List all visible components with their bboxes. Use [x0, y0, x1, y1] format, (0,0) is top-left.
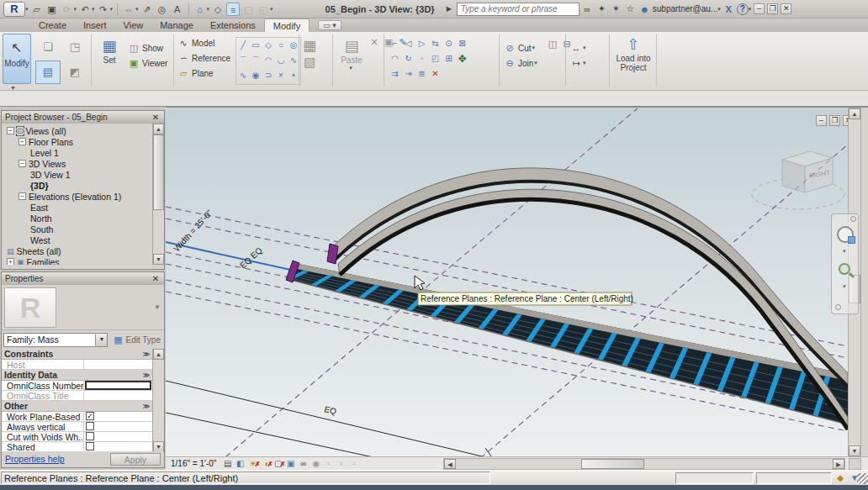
property-checkbox[interactable]	[86, 422, 94, 430]
visual-style-icon[interactable]: ◧	[234, 458, 246, 470]
section-collapse-icon[interactable]: ≫	[143, 371, 150, 379]
tab-extensions[interactable]: Extensions	[202, 18, 264, 32]
paste-button[interactable]: ▤ Paste ▾	[338, 37, 365, 71]
property-section-header[interactable]: Constraints≫	[2, 349, 152, 360]
property-value[interactable]	[84, 360, 152, 369]
cut-geometry-button[interactable]: ⊘ Cut ▾	[504, 40, 537, 55]
viewer-button[interactable]: ▣ Viewer	[128, 55, 167, 71]
apply-button[interactable]: Apply	[110, 453, 161, 466]
section-collapse-icon[interactable]: ≫	[143, 403, 150, 410]
subscription-key-icon[interactable]: ✦	[595, 3, 608, 14]
shadows-off-icon[interactable]: ◑✗	[259, 458, 272, 470]
modify-tool-button[interactable]: ↖ Modify	[3, 34, 31, 84]
close-hidden-windows-icon[interactable]: ▢	[241, 3, 255, 16]
tab-insert[interactable]: Insert	[75, 18, 115, 32]
section-collapse-icon[interactable]: ≫	[143, 350, 150, 358]
ribbon-display-toggle[interactable]: ▭ ▾	[318, 20, 341, 30]
collapse-icon[interactable]: −	[19, 192, 26, 200]
reference-line-button[interactable]: ∽ Reference	[177, 50, 230, 66]
aligned-dimension-icon[interactable]: ⇗	[140, 3, 154, 16]
property-checkbox[interactable]	[86, 432, 94, 440]
tree-item[interactable]: {3D}	[3, 180, 164, 191]
sync-caret-icon[interactable]: ▾	[74, 6, 77, 13]
redo-icon[interactable]: ↷	[97, 3, 110, 16]
close-button[interactable]: ✕	[781, 3, 791, 14]
draw-tool-icon[interactable]: ▭	[250, 39, 262, 53]
navigation-bar[interactable]: ▾ ▾	[831, 213, 859, 314]
modify-tool-icon[interactable]: ◰	[429, 52, 442, 66]
property-text-input[interactable]	[85, 381, 151, 390]
scroll-up-icon[interactable]: ▲	[153, 124, 164, 134]
draw-tool-icon[interactable]: ◡	[275, 54, 287, 68]
switch-windows-icon[interactable]: ◱	[257, 3, 270, 16]
design-options-field[interactable]	[756, 472, 832, 484]
properties-close-icon[interactable]: ✕	[151, 274, 161, 283]
model-line-button[interactable]: ∿ Model	[177, 35, 230, 50]
favorites-star-icon[interactable]: ☆	[624, 3, 637, 14]
scroll-down-icon[interactable]: ▼	[849, 445, 860, 456]
property-checkbox[interactable]: ✓	[86, 412, 94, 420]
tab-create[interactable]: Create	[30, 18, 75, 32]
modify-tool-icon[interactable]: ✕	[429, 67, 442, 82]
draw-tool-icon[interactable]: •	[288, 69, 299, 83]
tree-item[interactable]: South	[3, 224, 164, 234]
worksharing-display-icon[interactable]: ▫	[322, 458, 335, 470]
join-caret-icon[interactable]: ▾	[534, 60, 537, 66]
sync-icon[interactable]: ⟳	[61, 3, 74, 16]
tree-item[interactable]: −⊡Views (all)	[3, 125, 164, 136]
help-caret-icon[interactable]: ▾	[749, 6, 752, 13]
draw-tool-icon[interactable]: ⌒	[237, 54, 249, 68]
property-value[interactable]	[84, 432, 152, 441]
scroll-up-icon[interactable]: ▲	[153, 349, 164, 360]
help-icon[interactable]: ?	[737, 3, 749, 15]
draw-tool-icon[interactable]: ◉	[250, 69, 262, 83]
tab-modify[interactable]: Modify	[264, 18, 310, 32]
modify-tool-icon[interactable]: ⇆	[429, 37, 442, 51]
scroll-down-icon[interactable]: ▼	[153, 254, 164, 265]
type-selector-caret-icon[interactable]: ▼	[154, 303, 161, 311]
search-input[interactable]	[457, 3, 580, 16]
select-links-toggle[interactable]: ❏	[35, 35, 61, 59]
default-3d-view-icon[interactable]: ⌂	[193, 3, 207, 16]
exchange-apps-icon[interactable]: X	[722, 4, 735, 14]
draw-tool-icon[interactable]: ∿	[237, 69, 249, 83]
modify-tool-icon[interactable]: ⇥	[402, 67, 415, 82]
account-caret-icon[interactable]: ▾	[717, 6, 721, 13]
modify-tool-icon[interactable]: ⌐	[389, 37, 401, 51]
join-geometry-button[interactable]: ⊖ Join ▾	[504, 55, 537, 71]
draw-tool-icon[interactable]: ⊃	[262, 69, 274, 83]
tree-item[interactable]: +▣Families	[3, 256, 164, 265]
load-into-project-button[interactable]: ⇧ Load into Project	[613, 35, 654, 72]
view-restore-icon[interactable]: ❐	[829, 115, 840, 126]
set-work-plane-button[interactable]: ▦ Set	[95, 37, 124, 65]
collapse-icon[interactable]: −	[19, 138, 26, 145]
tab-view[interactable]: View	[115, 18, 152, 32]
property-value[interactable]	[84, 391, 152, 400]
dimension-button[interactable]: ↦ ▾	[570, 55, 586, 71]
scroll-thumb[interactable]	[153, 134, 164, 210]
properties-help-link[interactable]: Properties help	[5, 454, 65, 464]
modify-tool-icon[interactable]: ⊙	[442, 37, 455, 51]
tab-manage[interactable]: Manage	[151, 18, 202, 32]
section-icon[interactable]: ◇	[211, 3, 225, 16]
properties-scrollbar[interactable]: ▲ ▼	[152, 349, 164, 452]
tree-item[interactable]: North	[3, 213, 164, 224]
modify-tool-icon[interactable]: ≣	[415, 67, 428, 82]
collapse-icon[interactable]: −	[7, 127, 14, 134]
select-pinned-toggle[interactable]: ▤	[35, 61, 61, 84]
tree-item[interactable]: West	[3, 234, 164, 245]
temporary-view-properties-icon[interactable]: ▫	[335, 458, 347, 470]
draw-tool-icon[interactable]: ×	[275, 69, 287, 83]
resize-grip[interactable]	[857, 473, 868, 484]
wall-joins-icon[interactable]: ◫	[547, 39, 558, 54]
view-minimize-icon[interactable]: –	[816, 115, 827, 126]
edit-type-button[interactable]: ▦ Edit Type	[110, 335, 162, 345]
draw-tool-icon[interactable]: ⌒	[250, 54, 262, 68]
select-panel-caret-icon[interactable]: ▼	[10, 85, 16, 91]
detail-level-icon[interactable]: ▤	[221, 458, 234, 470]
tree-item[interactable]: Level 1	[3, 147, 164, 158]
tag-icon[interactable]: ◎	[156, 3, 169, 16]
scroll-up-icon[interactable]: ▲	[849, 108, 860, 119]
undo-caret-icon[interactable]: ▾	[92, 6, 95, 13]
modify-tool-icon[interactable]: ↻	[402, 52, 415, 66]
